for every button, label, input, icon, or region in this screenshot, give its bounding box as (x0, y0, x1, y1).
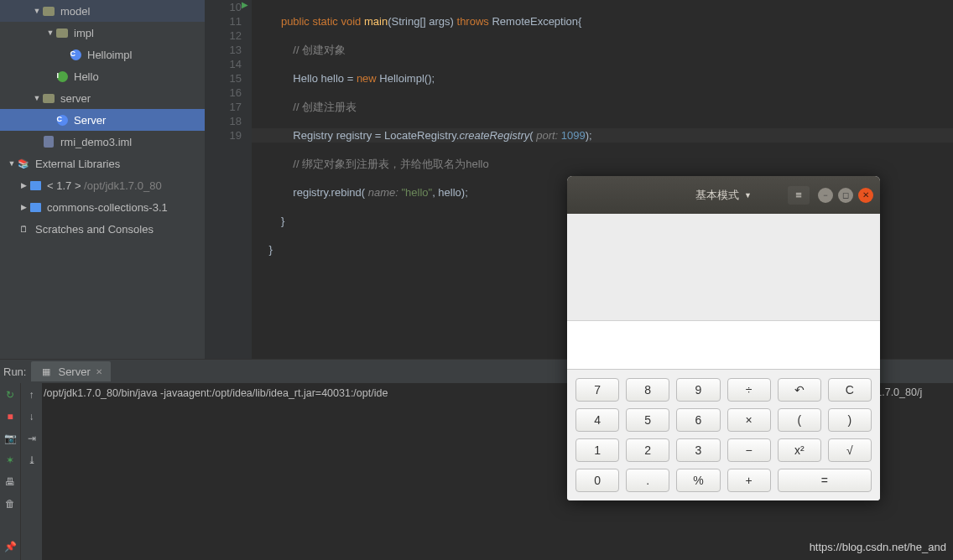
trash-button[interactable]: 🗑 (3, 497, 17, 511)
tree-jdk[interactable]: ▶< 1.7 > /opt/jdk1.7.0_80 (0, 174, 205, 196)
project-tree: ▼model ▼impl CHelloimpl IHello ▼server C… (0, 0, 205, 359)
calculator-window[interactable]: 基本模式▼ ≡ － ◻ ✕ 7 8 9 ÷ ↶ C 4 5 6 × ( ) 1 … (567, 176, 880, 500)
tree-label: model (60, 5, 90, 18)
key-square[interactable]: x² (778, 438, 821, 462)
key-6[interactable]: 6 (676, 408, 720, 432)
up-button[interactable]: ↑ (25, 388, 39, 402)
key-lparen[interactable]: ( (778, 408, 821, 432)
tree-label: < 1.7 > (47, 179, 81, 192)
stop-button[interactable]: ■ (3, 410, 17, 423)
line-number: 14 (205, 57, 242, 71)
rerun-button[interactable]: ↻ (3, 388, 17, 402)
calculator-keypad: 7 8 9 ÷ ↶ C 4 5 6 × ( ) 1 2 3 − x² √ 0 .… (567, 370, 880, 500)
close-tab-icon[interactable]: ✕ (96, 367, 102, 376)
key-3[interactable]: 3 (676, 438, 720, 462)
tree-file-iml[interactable]: rmi_demo3.iml (0, 131, 205, 153)
chevron-down-icon: ▼ (744, 191, 752, 200)
wrap-button[interactable]: ⇥ (25, 432, 39, 445)
debug-rerun-button[interactable]: ✶ (3, 454, 17, 467)
line-number: 11 (205, 14, 242, 29)
line-number: 13 (205, 43, 242, 57)
run-toolbar-col2: ↑ ↓ ⇥ ⤓ (20, 383, 42, 560)
run-gutter-icon[interactable]: ▶ (242, 0, 248, 9)
key-minus[interactable]: − (727, 438, 771, 462)
key-dot[interactable]: . (626, 469, 669, 492)
key-multiply[interactable]: × (727, 408, 771, 432)
key-sqrt[interactable]: √ (828, 438, 872, 462)
tree-class-server[interactable]: CServer (0, 109, 205, 131)
tree-external-libraries[interactable]: ▼📚External Libraries (0, 153, 205, 174)
key-1[interactable]: 1 (575, 438, 619, 462)
line-number: 18 (205, 114, 242, 128)
down-button[interactable]: ↓ (25, 410, 39, 423)
tree-label: Helloimpl (87, 49, 132, 61)
tree-label: rmi_demo3.iml (60, 136, 132, 148)
tree-label: Server (74, 114, 106, 127)
maximize-button[interactable]: ◻ (838, 188, 853, 203)
tree-class-helloimpl[interactable]: CHelloimpl (0, 44, 205, 65)
line-number: 15 (205, 71, 242, 86)
tree-folder-server[interactable]: ▼server (0, 87, 205, 109)
camera-button[interactable]: 📷 (3, 432, 17, 445)
tree-folder-model[interactable]: ▼model (0, 0, 205, 22)
line-number: 19 (205, 128, 242, 143)
attribution-watermark: https://blog.csdn.net/he_and (810, 541, 946, 553)
key-backspace[interactable]: ↶ (778, 378, 821, 402)
run-label: Run: (3, 366, 26, 378)
run-toolbar-col1: ↻ ■ 📷 ✶ 🖶 🗑 📌 (0, 383, 20, 560)
tree-label: impl (74, 27, 94, 39)
key-9[interactable]: 9 (676, 378, 720, 402)
line-number: 17 (205, 100, 242, 114)
library-icon: 📚 (17, 157, 30, 170)
calculator-titlebar[interactable]: 基本模式▼ ≡ － ◻ ✕ (567, 176, 880, 214)
key-plus[interactable]: + (727, 469, 771, 492)
run-tab-icon: ▦ (39, 365, 53, 378)
key-2[interactable]: 2 (626, 438, 669, 462)
tree-label: commons-collections-3.1 (47, 201, 168, 214)
key-0[interactable]: 0 (575, 469, 619, 492)
line-number: 16 (205, 86, 242, 100)
scroll-end-button[interactable]: ⤓ (25, 454, 39, 467)
key-rparen[interactable]: ) (828, 408, 872, 432)
tree-label: Scratches and Consoles (35, 223, 154, 236)
key-4[interactable]: 4 (575, 408, 619, 432)
key-8[interactable]: 8 (626, 378, 669, 402)
editor-gutter: 10 11 12 13 14 15 16 17 18 19 (205, 0, 252, 359)
key-7[interactable]: 7 (575, 378, 619, 402)
key-clear[interactable]: C (828, 378, 872, 402)
minimize-button[interactable]: － (818, 188, 833, 203)
run-tab-label: Server (58, 366, 90, 378)
print-button[interactable]: 🖶 (3, 475, 17, 489)
line-number: 12 (205, 29, 242, 43)
key-divide[interactable]: ÷ (727, 378, 771, 402)
calculator-mode-dropdown[interactable]: 基本模式▼ (695, 188, 752, 203)
calculator-menu-button[interactable]: ≡ (788, 186, 810, 205)
pin-button[interactable]: 📌 (3, 540, 17, 553)
line-number: 10 (205, 0, 242, 14)
tree-folder-impl[interactable]: ▼impl (0, 22, 205, 44)
tree-scratches[interactable]: 🗒Scratches and Consoles (0, 218, 205, 240)
scratches-icon: 🗒 (17, 222, 30, 236)
run-tab-server[interactable]: ▦ Server ✕ (31, 361, 110, 381)
key-percent[interactable]: % (676, 469, 720, 492)
key-5[interactable]: 5 (626, 408, 669, 432)
calculator-display (567, 214, 880, 370)
calculator-history-display (567, 214, 880, 321)
tree-label: External Libraries (35, 158, 120, 170)
tree-label: server (60, 92, 91, 105)
tree-commons[interactable]: ▶commons-collections-3.1 (0, 196, 205, 218)
tree-jdk-path: /opt/jdk1.7.0_80 (84, 179, 162, 192)
close-button[interactable]: ✕ (858, 188, 873, 203)
tree-label: Hello (74, 70, 99, 83)
key-equals[interactable]: = (778, 469, 872, 492)
tree-interface-hello[interactable]: IHello (0, 65, 205, 87)
